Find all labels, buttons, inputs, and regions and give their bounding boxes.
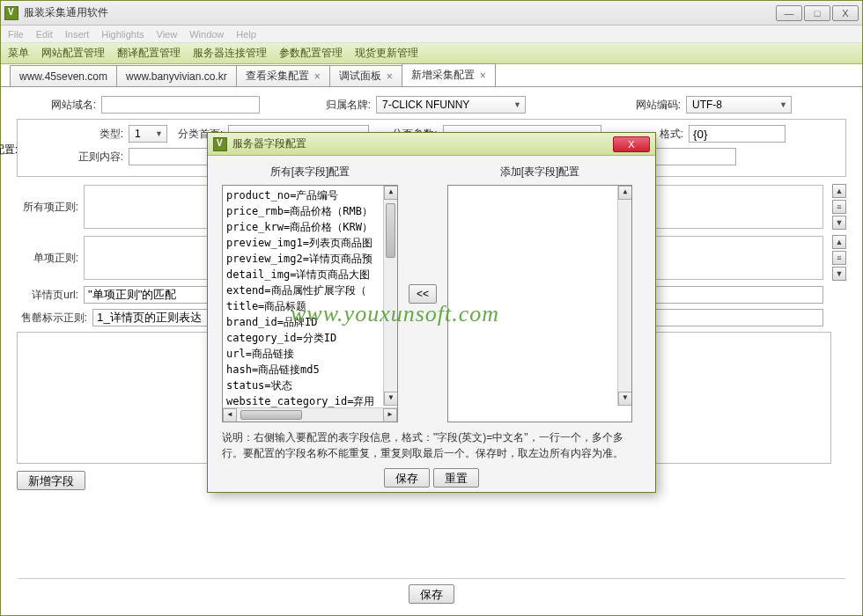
list-item[interactable]: status=状态 bbox=[226, 378, 394, 393]
list-item[interactable]: category_id=分类ID bbox=[226, 330, 394, 346]
modal-save-button[interactable]: 保存 bbox=[384, 468, 430, 488]
tab-site1[interactable]: www.45seven.com bbox=[10, 65, 117, 86]
menubar: 菜单 网站配置管理 翻译配置管理 服务器连接管理 参数配置管理 现货更新管理 bbox=[1, 43, 862, 64]
type-value: 1 bbox=[135, 128, 141, 140]
brand-label: 归属名牌: bbox=[318, 98, 371, 113]
arrow-mid-icon[interactable]: ≡ bbox=[832, 251, 846, 265]
right-column-head: 添加[表字段]配置 bbox=[447, 165, 632, 180]
tabbar: www.45seven.com www.banyvivian.co.kr 查看采… bbox=[1, 64, 862, 87]
modal-title: 服务器字段配置 bbox=[232, 136, 613, 151]
list-item[interactable]: price_rmb=商品价格（RMB） bbox=[226, 203, 394, 219]
scroll-up-icon[interactable]: ▲ bbox=[384, 186, 398, 200]
add-fields-listbox[interactable]: ▲ ▼ bbox=[447, 185, 632, 422]
type-label: 类型: bbox=[26, 127, 123, 142]
list-item[interactable]: price_krw=商品价格（KRW） bbox=[226, 219, 394, 235]
list-item[interactable]: product_no=产品编号 bbox=[226, 187, 394, 203]
faded-menu: Edit bbox=[36, 29, 53, 40]
encoding-value: UTF-8 bbox=[692, 99, 722, 111]
modal-close-button[interactable]: X bbox=[613, 136, 650, 152]
menu-param-config[interactable]: 参数配置管理 bbox=[279, 46, 343, 61]
scroll-thumb-h[interactable] bbox=[240, 410, 302, 420]
move-left-button[interactable]: << bbox=[409, 284, 437, 304]
faded-menu: View bbox=[157, 29, 178, 40]
tab-view-config[interactable]: 查看采集配置× bbox=[236, 65, 330, 86]
list-item[interactable]: title=商品标题 bbox=[226, 298, 394, 314]
type-select[interactable]: 1 bbox=[129, 125, 167, 143]
faded-menubar: File Edit Insert Highlights View Window … bbox=[1, 26, 862, 43]
scroll-down-icon[interactable]: ▼ bbox=[384, 392, 398, 406]
close-button[interactable]: X bbox=[832, 5, 859, 21]
list-item[interactable]: preview_img1=列表页商品图 bbox=[226, 235, 394, 251]
brand-select[interactable]: 7-CLICK NFUNNY bbox=[376, 96, 526, 114]
tab-label: 新增采集配置 bbox=[411, 68, 475, 83]
single-item-regex-label: 单项正则: bbox=[17, 251, 78, 266]
format-label: 格式: bbox=[660, 127, 683, 142]
app-title: 服装采集通用软件 bbox=[24, 5, 776, 20]
server-field-modal: 服务器字段配置 X 所有[表字段]配置 product_no=产品编号 pric… bbox=[207, 132, 656, 493]
arrow-up-icon[interactable]: ▲ bbox=[832, 184, 846, 198]
tab-debug[interactable]: 调试面板× bbox=[329, 65, 402, 86]
site-domain-input[interactable] bbox=[101, 96, 260, 114]
soldout-label: 售罄标示正则: bbox=[17, 311, 87, 326]
category-config-label: 分类配置: bbox=[0, 143, 18, 158]
scroll-right-icon[interactable]: ▶ bbox=[383, 408, 397, 422]
format-input[interactable] bbox=[689, 125, 786, 143]
encoding-select[interactable]: UTF-8 bbox=[686, 96, 792, 114]
modal-body: 所有[表字段]配置 product_no=产品编号 price_rmb=商品价格… bbox=[208, 156, 655, 496]
right-column: 添加[表字段]配置 ▲ ▼ bbox=[447, 165, 632, 422]
close-icon[interactable]: × bbox=[480, 70, 486, 82]
add-field-button[interactable]: 新增字段 bbox=[17, 471, 85, 490]
menu-server-connect[interactable]: 服务器连接管理 bbox=[193, 46, 267, 61]
window-controls: — □ X bbox=[776, 5, 859, 21]
scroll-up-icon[interactable]: ▲ bbox=[618, 186, 632, 200]
faded-menu: Highlights bbox=[101, 29, 144, 40]
footer: 保存 bbox=[18, 578, 845, 609]
scroll-left-icon[interactable]: ◀ bbox=[223, 408, 237, 422]
minimize-button[interactable]: — bbox=[776, 5, 802, 21]
close-icon[interactable]: × bbox=[387, 70, 393, 83]
maximize-button[interactable]: □ bbox=[804, 5, 830, 21]
faded-menu: File bbox=[8, 29, 24, 40]
scrollbar-vertical[interactable]: ▲ ▼ bbox=[383, 186, 397, 406]
arrow-down-icon[interactable]: ▼ bbox=[832, 267, 846, 281]
list-item[interactable]: detail_img=详情页商品大图 bbox=[226, 267, 394, 282]
brand-value: 7-CLICK NFUNNY bbox=[382, 99, 469, 111]
menu-stock-update[interactable]: 现货更新管理 bbox=[355, 46, 418, 61]
modal-note: 说明：右侧输入要配置的表字段信息，格式："字段(英文)=中文名"，一行一个，多个… bbox=[222, 429, 641, 461]
titlebar: 服装采集通用软件 — □ X bbox=[1, 1, 862, 26]
encoding-label: 网站编码: bbox=[628, 98, 681, 113]
close-icon[interactable]: × bbox=[314, 70, 321, 83]
detail-url-label: 详情页url: bbox=[17, 288, 78, 303]
faded-menu: Window bbox=[189, 29, 224, 40]
modal-footer: 保存 重置 bbox=[222, 468, 641, 488]
list-item[interactable]: preview_img2=详情页商品预 bbox=[226, 251, 394, 267]
tab-new-config[interactable]: 新增采集配置× bbox=[402, 63, 496, 86]
all-items-regex-label: 所有项正则: bbox=[17, 200, 78, 215]
faded-menu: Help bbox=[236, 29, 256, 40]
save-button[interactable]: 保存 bbox=[409, 584, 454, 604]
menu-translate-config[interactable]: 翻译配置管理 bbox=[117, 46, 181, 61]
scrollbar-vertical[interactable]: ▲ ▼ bbox=[617, 186, 631, 406]
site-domain-label: 网站域名: bbox=[17, 98, 96, 113]
scrollbar-horizontal[interactable]: ◀ ▶ bbox=[223, 407, 397, 422]
list-item[interactable]: extend=商品属性扩展字段（ bbox=[226, 282, 394, 298]
app-icon bbox=[213, 137, 227, 151]
list-item[interactable]: brand_id=品牌ID bbox=[226, 314, 394, 330]
list-item[interactable]: hash=商品链接md5 bbox=[226, 362, 394, 378]
scroll-thumb[interactable] bbox=[386, 203, 395, 258]
arrow-mid-icon[interactable]: ≡ bbox=[832, 200, 846, 214]
scroll-down-icon[interactable]: ▼ bbox=[618, 392, 632, 406]
modal-reset-button[interactable]: 重置 bbox=[433, 468, 479, 488]
list-item[interactable]: url=商品链接 bbox=[226, 346, 394, 362]
menu-site-config[interactable]: 网站配置管理 bbox=[41, 46, 105, 61]
tab-label: 查看采集配置 bbox=[246, 69, 309, 84]
arrow-up-icon[interactable]: ▲ bbox=[832, 235, 846, 249]
transfer-buttons: << bbox=[409, 165, 437, 422]
tab-label: www.45seven.com bbox=[19, 70, 107, 83]
scroll-controls: ▲ ≡ ▼ bbox=[832, 235, 846, 281]
tab-site2[interactable]: www.banyvivian.co.kr bbox=[116, 65, 237, 86]
app-icon bbox=[4, 6, 18, 20]
arrow-down-icon[interactable]: ▼ bbox=[832, 216, 846, 230]
all-fields-listbox[interactable]: product_no=产品编号 price_rmb=商品价格（RMB） pric… bbox=[222, 185, 398, 422]
menu-main[interactable]: 菜单 bbox=[8, 46, 29, 61]
